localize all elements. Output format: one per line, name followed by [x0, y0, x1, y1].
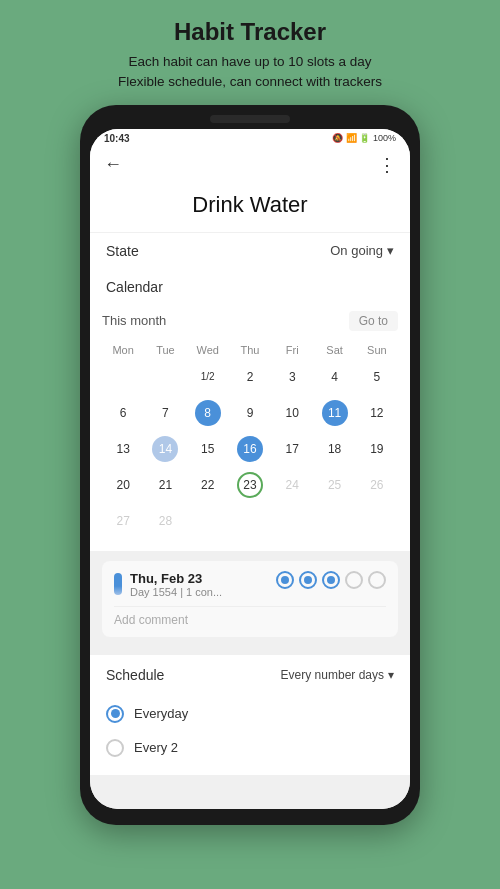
cal-header-tue: Tue — [144, 341, 186, 359]
schedule-value[interactable]: Every number days ▾ — [281, 668, 394, 682]
cal-cell-thu4[interactable]: 23 — [229, 467, 271, 503]
schedule-row: Schedule Every number days ▾ — [90, 655, 410, 691]
habit-title-section: Drink Water — [90, 184, 410, 232]
slot-3[interactable] — [322, 571, 340, 589]
cal-header-thu: Thu — [229, 341, 271, 359]
cal-cell-thu1[interactable]: 2 — [229, 359, 271, 395]
cal-cell-sun3[interactable]: 19 — [356, 431, 398, 467]
cal-cell-fri3[interactable]: 17 — [271, 431, 313, 467]
cal-header-wed: Wed — [187, 341, 229, 359]
cal-header-sun: Sun — [356, 341, 398, 359]
calendar-section-header: Calendar — [90, 269, 410, 301]
cal-header-mon: Mon — [102, 341, 144, 359]
state-row: State On going ▾ — [90, 232, 410, 269]
slot-2[interactable] — [299, 571, 317, 589]
schedule-dropdown-icon: ▾ — [388, 668, 394, 682]
slot-5[interactable] — [368, 571, 386, 589]
cal-cell-sat4: 25 — [313, 467, 355, 503]
cal-cell — [313, 503, 355, 539]
cal-cell-sun2[interactable]: 12 — [356, 395, 398, 431]
radio-everyday-inner — [111, 709, 120, 718]
cal-cell — [144, 359, 186, 395]
cal-cell-thu3[interactable]: 16 — [229, 431, 271, 467]
cal-header-fri: Fri — [271, 341, 313, 359]
habit-name: Drink Water — [90, 192, 410, 218]
cal-cell-fri4: 24 — [271, 467, 313, 503]
state-value[interactable]: On going ▾ — [330, 243, 394, 258]
status-bar: 10:43 🔕 📶 🔋 100% — [90, 129, 410, 148]
cal-cell-tue2[interactable]: 7 — [144, 395, 186, 431]
schedule-option-every2[interactable]: Every 2 — [106, 731, 394, 765]
section-gap — [90, 647, 410, 655]
schedule-options: Everyday Every 2 — [90, 691, 410, 775]
go-to-button[interactable]: Go to — [349, 311, 398, 331]
cal-cell — [356, 503, 398, 539]
day-detail-left: Thu, Feb 23 Day 1554 | 1 con... — [114, 571, 222, 598]
status-icons: 🔕 📶 🔋 100% — [332, 133, 396, 143]
phone-notch — [210, 115, 290, 123]
slot-1[interactable] — [276, 571, 294, 589]
cal-cell-sat3[interactable]: 18 — [313, 431, 355, 467]
back-button[interactable]: ← — [104, 154, 122, 175]
cal-cell — [187, 503, 229, 539]
cal-cell-tue5: 28 — [144, 503, 186, 539]
cal-cell-sat2[interactable]: 11 — [313, 395, 355, 431]
cal-cell — [102, 359, 144, 395]
phone-screen: 10:43 🔕 📶 🔋 100% ← ⋮ Drink Water State O… — [90, 129, 410, 809]
cal-cell-thu2[interactable]: 9 — [229, 395, 271, 431]
calendar-top: This month Go to — [102, 311, 398, 331]
cal-cell-mon5: 27 — [102, 503, 144, 539]
more-button[interactable]: ⋮ — [378, 154, 396, 176]
radio-every2[interactable] — [106, 739, 124, 757]
day-detail-header: Thu, Feb 23 Day 1554 | 1 con... — [114, 571, 386, 598]
cal-cell-fri1[interactable]: 3 — [271, 359, 313, 395]
cal-cell-mon2[interactable]: 6 — [102, 395, 144, 431]
cal-cell-fri2[interactable]: 10 — [271, 395, 313, 431]
cal-cell-tue3[interactable]: 14 — [144, 431, 186, 467]
radio-everyday[interactable] — [106, 705, 124, 723]
add-comment[interactable]: Add comment — [114, 606, 386, 627]
day-sub: Day 1554 | 1 con... — [130, 586, 222, 598]
dropdown-icon: ▾ — [387, 243, 394, 258]
page-subtitle: Each habit can have up to 10 slots a day… — [118, 52, 382, 93]
water-icon — [114, 573, 122, 595]
every2-label: Every 2 — [134, 740, 178, 755]
status-time: 10:43 — [104, 133, 130, 144]
schedule-label: Schedule — [106, 667, 164, 683]
cal-cell-mon3[interactable]: 13 — [102, 431, 144, 467]
day-detail-card: Thu, Feb 23 Day 1554 | 1 con... Add comm… — [102, 561, 398, 637]
state-label: State — [106, 243, 139, 259]
app-toolbar: ← ⋮ — [90, 148, 410, 184]
cal-cell-mon4[interactable]: 20 — [102, 467, 144, 503]
screen-content: Drink Water State On going ▾ Calendar Th… — [90, 184, 410, 809]
page-title: Habit Tracker — [118, 18, 382, 46]
cal-grid: Mon Tue Wed Thu Fri Sat Sun 1/2 2 3 4 5 — [102, 341, 398, 539]
cal-cell-tue4[interactable]: 21 — [144, 467, 186, 503]
cal-cell-sun4: 26 — [356, 467, 398, 503]
cal-header-sat: Sat — [313, 341, 355, 359]
cal-cell-sun1[interactable]: 5 — [356, 359, 398, 395]
cal-cell-sat1[interactable]: 4 — [313, 359, 355, 395]
schedule-option-everyday[interactable]: Everyday — [106, 697, 394, 731]
everyday-label: Everyday — [134, 706, 188, 721]
day-detail-text: Thu, Feb 23 Day 1554 | 1 con... — [130, 571, 222, 598]
cal-cell — [229, 503, 271, 539]
slot-4[interactable] — [345, 571, 363, 589]
cal-cell-wed3[interactable]: 15 — [187, 431, 229, 467]
cal-cell-wed4[interactable]: 22 — [187, 467, 229, 503]
page-header: Habit Tracker Each habit can have up to … — [88, 0, 412, 105]
day-slots — [276, 571, 386, 589]
cal-cell-wed1[interactable]: 1/2 — [187, 359, 229, 395]
cal-cell-wed2[interactable]: 8 — [187, 395, 229, 431]
calendar-card: This month Go to Mon Tue Wed Thu Fri Sat… — [90, 301, 410, 551]
month-label: This month — [102, 313, 166, 328]
cal-cell — [271, 503, 313, 539]
day-date: Thu, Feb 23 — [130, 571, 222, 586]
phone-frame: 10:43 🔕 📶 🔋 100% ← ⋮ Drink Water State O… — [80, 105, 420, 825]
